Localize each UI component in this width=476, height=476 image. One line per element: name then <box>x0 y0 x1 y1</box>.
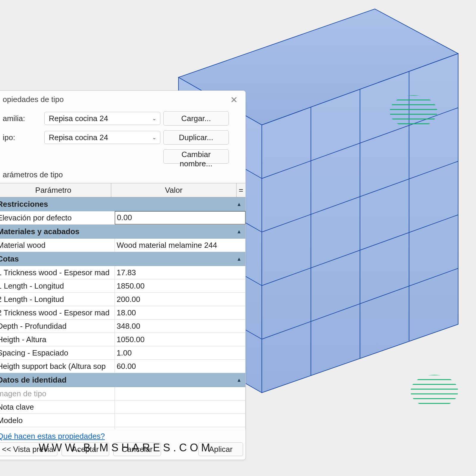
parameters-body: Restricciones▴Elevación por defecto0.00M… <box>0 197 245 429</box>
parameter-value[interactable]: 1850.00 <box>115 279 245 292</box>
type-properties-dialog: opiedades de tipo ✕ amilia: Repisa cocin… <box>0 90 246 460</box>
parameter-name: Heigth support back (Altura sop <box>0 360 115 373</box>
rename-button[interactable]: Cambiar nombre... <box>163 149 229 164</box>
parameter-row: Heigth support back (Altura sop60.00 <box>0 360 245 373</box>
parameters-table: Parámetro Valor = Restricciones▴Elevació… <box>0 183 245 429</box>
parameter-value[interactable] <box>115 387 245 400</box>
parameter-name: Fabricante <box>0 427 115 429</box>
parameter-row: Heigth - Altura1050.00 <box>0 333 245 346</box>
help-link[interactable]: Qué hacen estas propiedades? <box>0 429 245 441</box>
parameter-row: Depth - Profundidad348.00 <box>0 320 245 333</box>
collapse-icon: ▴ <box>235 377 243 383</box>
parameter-row: Nota clave <box>0 400 245 414</box>
parameter-name: 2 Length - Longitud <box>0 293 115 306</box>
category-label: Restricciones <box>0 200 235 209</box>
parameter-value[interactable]: 348.00 <box>115 320 245 333</box>
parameter-row: Modelo <box>0 414 245 427</box>
close-button[interactable]: ✕ <box>228 94 240 106</box>
close-icon: ✕ <box>230 95 238 105</box>
parameter-name: Modelo <box>0 414 115 427</box>
type-parameters-label: arámetros de tipo <box>0 168 245 179</box>
parameter-name: 1 Trickness wood - Espesor mad <box>0 266 115 279</box>
parameter-row: magen de tipo <box>0 387 245 400</box>
parameter-name: Material wood <box>0 239 115 252</box>
parameter-value[interactable] <box>115 400 245 414</box>
cancel-button[interactable]: Cancelar <box>113 442 161 456</box>
parameter-name: Nota clave <box>0 400 115 414</box>
parameter-row: 2 Length - Longitud200.00 <box>0 293 245 306</box>
parameter-value[interactable] <box>115 414 245 427</box>
parameter-value[interactable]: 17.83 <box>115 266 245 279</box>
column-equals[interactable]: = <box>237 183 245 197</box>
parameter-value[interactable]: 200.00 <box>115 293 245 306</box>
dialog-title: opiedades de tipo <box>0 91 245 106</box>
family-combo[interactable]: Repisa cocina 24 ⌄ <box>44 112 160 125</box>
type-combo[interactable]: Repisa cocina 24 ⌄ <box>44 131 160 144</box>
category-header[interactable]: Datos de identidad▴ <box>0 373 245 387</box>
parameter-row: 1 Trickness wood - Espesor mad17.83 <box>0 266 245 279</box>
parameter-name: 1 Length - Longitud <box>0 279 115 292</box>
column-parameter[interactable]: Parámetro <box>0 183 111 197</box>
parameter-name: magen de tipo <box>0 387 115 400</box>
parameter-name: Spacing - Espaciado <box>0 346 115 359</box>
parameter-row: Fabricante <box>0 427 245 429</box>
chevron-down-icon: ⌄ <box>152 115 156 122</box>
collapse-icon: ▴ <box>235 201 243 207</box>
parameter-name: Depth - Profundidad <box>0 320 115 333</box>
duplicate-button[interactable]: Duplicar... <box>163 130 229 145</box>
category-header[interactable]: Cotas▴ <box>0 252 245 266</box>
parameters-header: Parámetro Valor = <box>0 183 245 197</box>
ok-button[interactable]: Aceptar <box>62 442 109 456</box>
parameter-value[interactable]: 1050.00 <box>115 333 245 346</box>
parameter-row: 2 Trickness wood - Espesor mad18.00 <box>0 306 245 320</box>
parameter-name: Heigth - Altura <box>0 333 115 346</box>
category-header[interactable]: Materiales y acabados▴ <box>0 225 245 239</box>
category-label: Materiales y acabados <box>0 227 235 236</box>
parameter-value[interactable] <box>115 427 245 429</box>
apply-button[interactable]: Aplicar <box>198 442 243 456</box>
parameter-row: Elevación por defecto0.00 <box>0 211 245 225</box>
collapse-icon: ▴ <box>235 256 243 262</box>
type-label: ipo: <box>3 133 41 142</box>
parameter-row: Material woodWood material melamine 244 <box>0 239 245 252</box>
parameter-row: 1 Length - Longitud1850.00 <box>0 279 245 293</box>
category-label: Datos de identidad <box>0 375 235 385</box>
collapse-icon: ▴ <box>235 228 243 235</box>
parameter-row: Spacing - Espaciado1.00 <box>0 346 245 360</box>
category-header[interactable]: Restricciones▴ <box>0 197 245 211</box>
family-label: amilia: <box>3 114 41 123</box>
column-value[interactable]: Valor <box>111 183 237 197</box>
parameter-value[interactable]: Wood material melamine 244 <box>115 239 245 252</box>
category-label: Cotas <box>0 254 235 264</box>
family-combo-value: Repisa cocina 24 <box>49 114 108 123</box>
parameter-name: Elevación por defecto <box>0 211 115 224</box>
chevron-down-icon: ⌄ <box>152 134 156 141</box>
parameter-value[interactable]: 18.00 <box>115 306 245 319</box>
parameter-name: 2 Trickness wood - Espesor mad <box>0 306 115 319</box>
parameter-value[interactable]: 1.00 <box>115 346 245 359</box>
load-button[interactable]: Cargar... <box>163 111 229 126</box>
preview-button[interactable]: << Vista previa <box>0 442 57 456</box>
parameter-value[interactable]: 60.00 <box>115 360 245 373</box>
parameter-value[interactable]: 0.00 <box>115 211 245 224</box>
type-combo-value: Repisa cocina 24 <box>49 133 108 142</box>
